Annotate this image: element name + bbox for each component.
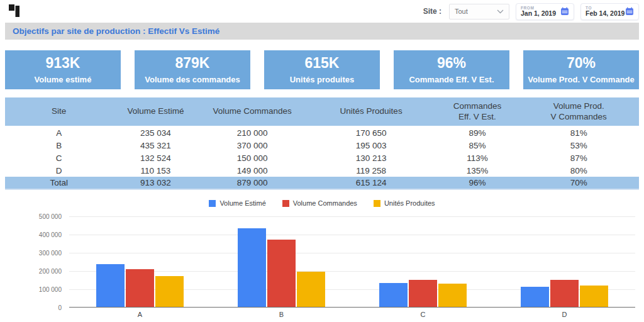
bar-group-b (211, 216, 352, 307)
legend-label: Volume Estimé (219, 199, 265, 207)
bar-unit-s-produites-d[interactable] (580, 286, 608, 307)
legend-item: Volume Commandes (282, 199, 357, 207)
table-cell: 210 000 (198, 126, 306, 139)
legend-item: Volume Estimé (209, 199, 265, 207)
table-cell: 89% (436, 126, 518, 139)
chart-legend: Volume EstiméVolume CommandesUnités Prod… (0, 197, 644, 209)
bar-unit-s-produites-c[interactable] (438, 284, 467, 308)
column-header: Volume Commandes (198, 97, 306, 126)
legend-label: Volume Commandes (293, 199, 357, 207)
table-cell: 119 258 (306, 164, 436, 177)
table-cell: 195 003 (306, 139, 436, 152)
app-logo-icon (9, 4, 19, 19)
chart-plot (69, 216, 635, 308)
kpi-label: Commande Eff. V Est. (409, 75, 494, 84)
site-filter-label: Site : (423, 7, 441, 16)
table-cell: B (5, 139, 113, 152)
table-cell: 85% (436, 139, 518, 152)
dashboard: Site : Tout FROM Jan 1, 2019 (0, 0, 644, 320)
date-from-picker[interactable]: FROM Jan 1, 2019 (516, 3, 574, 20)
bar-group-d (494, 216, 635, 307)
chart-area: ABCD 500 000400 000300 000200 000100 000… (0, 216, 644, 320)
bar-volume-estim--b[interactable] (238, 228, 266, 307)
column-header: Commandes Eff. V Est. (436, 97, 518, 126)
page-title-band: Objectifs par site de production : Effec… (5, 23, 639, 40)
calendar-icon[interactable] (560, 7, 569, 16)
table-row: C132 524150 000130 213113%87% (5, 152, 639, 164)
table-row: B435 321370 000195 00385%53% (5, 139, 639, 152)
table-cell: 80% (518, 164, 639, 177)
table-cell: C (5, 152, 113, 164)
table-cell: 135% (436, 164, 518, 177)
legend-swatch (282, 200, 289, 207)
bar-volume-commandes-b[interactable] (267, 240, 296, 307)
table-total-row: Total913 032879 000615 12496%70% (5, 177, 639, 189)
bar-group-a (69, 216, 211, 307)
kpi-row: 913KVolume estimé879KVolume des commande… (5, 50, 639, 89)
table-total-cell: 70% (518, 177, 639, 189)
table-row: D110 153149 000119 258135%80% (5, 164, 639, 177)
x-axis-category-label: D (494, 311, 635, 318)
bar-volume-commandes-a[interactable] (126, 269, 154, 307)
bar-unit-s-produites-a[interactable] (155, 276, 184, 307)
y-axis-tick-label: 400 000 (0, 231, 62, 238)
kpi-value: 879K (175, 56, 210, 70)
table-cell: 435 321 (113, 139, 198, 152)
y-axis-tick-label: 0 (0, 304, 62, 311)
column-header: Unités Produites (306, 97, 436, 126)
date-to-picker[interactable]: TO Feb 14, 2019 (580, 3, 639, 20)
bar-unit-s-produites-b[interactable] (297, 272, 325, 307)
table-header-row: SiteVolume EstiméVolume CommandesUnités … (5, 97, 639, 126)
legend-swatch (209, 200, 216, 207)
table-total-cell: 879 000 (198, 177, 306, 189)
kpi-label: Unités produites (290, 75, 355, 84)
x-axis-category-label: C (352, 311, 494, 318)
kpi-label: Volume des commandes (145, 75, 240, 84)
table-cell: 130 213 (306, 152, 436, 164)
y-axis-tick-label: 200 000 (0, 268, 62, 275)
site-select-value: Tout (455, 8, 468, 15)
kpi-card: 879KVolume des commandes (135, 50, 250, 89)
kpi-value: 70% (567, 56, 596, 70)
legend-item: Unités Produites (374, 199, 435, 207)
date-from-value: Jan 1, 2019 (521, 10, 556, 18)
table-cell: 132 524 (113, 152, 198, 164)
table-cell: A (5, 126, 113, 139)
kpi-value: 913K (46, 56, 80, 70)
kpi-label: Volume estimé (35, 75, 92, 84)
table-cell: D (5, 164, 113, 177)
table-total-cell: 96% (436, 177, 518, 189)
table-total-cell: 615 124 (306, 177, 436, 189)
kpi-label: Volume Prod. V Commande (528, 75, 635, 84)
x-axis-category-label: B (211, 311, 352, 318)
y-axis-tick-label: 100 000 (0, 286, 62, 293)
table-cell: 87% (518, 152, 639, 164)
table-cell: 53% (518, 139, 639, 152)
x-axis-category-label: A (69, 311, 211, 318)
bar-group-c (352, 216, 494, 307)
table-row: A235 034210 000170 65089%81% (5, 126, 639, 139)
kpi-card: 70%Volume Prod. V Commande (523, 50, 639, 89)
legend-label: Unités Produites (384, 199, 435, 207)
calendar-icon[interactable] (625, 7, 634, 16)
bar-chart: Volume EstiméVolume CommandesUnités Prod… (0, 197, 644, 320)
y-axis-tick-label: 500 000 (0, 213, 62, 220)
kpi-card: 615KUnités produites (264, 50, 380, 89)
table-total-cell: 913 032 (113, 177, 198, 189)
column-header: Volume Estimé (113, 97, 198, 126)
page-title: Objectifs par site de production : Effec… (13, 26, 219, 36)
kpi-card: 96%Commande Eff. V Est. (394, 50, 509, 89)
bar-volume-estim--d[interactable] (521, 287, 549, 307)
chart-xlabels: ABCD (69, 311, 635, 318)
bar-volume-estim--a[interactable] (96, 264, 125, 307)
bar-volume-commandes-d[interactable] (550, 280, 579, 307)
site-select[interactable]: Tout (449, 4, 509, 19)
kpi-value: 615K (305, 56, 340, 70)
bar-volume-estim--c[interactable] (379, 283, 408, 307)
table-cell: 370 000 (198, 139, 306, 152)
table-cell: 170 650 (306, 126, 436, 139)
table-cell: 110 153 (113, 164, 198, 177)
legend-swatch (374, 200, 380, 207)
bar-volume-commandes-c[interactable] (409, 280, 437, 307)
table-cell: 113% (436, 152, 518, 164)
